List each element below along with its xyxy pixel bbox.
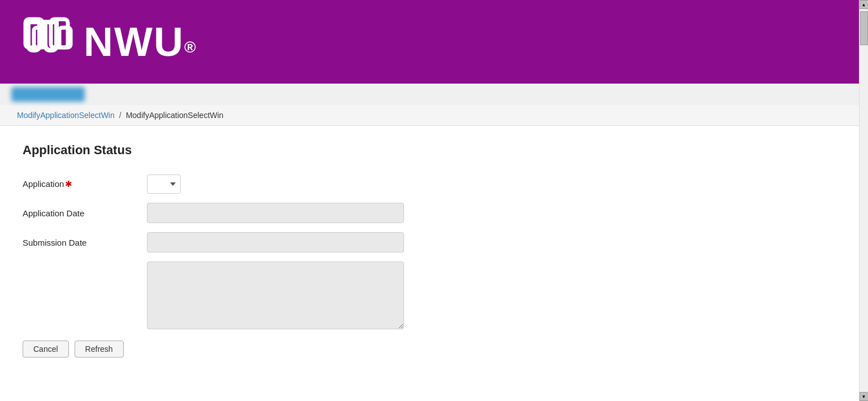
page-title: Application Status [23, 143, 845, 158]
nav-blurred-text [11, 87, 85, 102]
scrollbar[interactable]: ▲ ▼ [859, 0, 868, 401]
scrollbar-thumb[interactable] [860, 11, 868, 45]
submission-date-row: Submission Date [23, 232, 418, 252]
submission-date-label: Submission Date [23, 238, 136, 247]
main-content: Application Status Application✱ Applicat… [0, 126, 868, 374]
breadcrumb-separator: / [119, 111, 121, 120]
textarea-row [23, 261, 418, 329]
application-select[interactable] [147, 175, 181, 194]
button-row: Cancel Refresh [23, 341, 418, 358]
logo-wordmark: NWU® [84, 21, 197, 62]
logo-text: NWU [84, 19, 184, 64]
nwu-logo-icon [23, 16, 73, 67]
scrollbar-track[interactable] [860, 9, 868, 392]
breadcrumb-current: ModifyApplicationSelectWin [126, 111, 224, 120]
form-container: Application✱ Application Date Submission… [23, 175, 418, 358]
breadcrumb: ModifyApplicationSelectWin / ModifyAppli… [0, 105, 868, 126]
cancel-button[interactable]: Cancel [23, 341, 69, 358]
application-date-input [147, 203, 404, 223]
header: NWU® [0, 0, 868, 84]
notes-textarea[interactable] [147, 261, 404, 329]
scrollbar-arrow-up[interactable]: ▲ [860, 0, 869, 9]
refresh-button[interactable]: Refresh [75, 341, 124, 358]
application-label: Application✱ [23, 179, 136, 189]
submission-date-input [147, 232, 404, 252]
breadcrumb-link[interactable]: ModifyApplicationSelectWin [17, 111, 115, 120]
required-star: ✱ [65, 179, 72, 189]
logo-container: NWU® [23, 16, 197, 67]
logo-reg: ® [184, 38, 197, 56]
application-date-label: Application Date [23, 208, 136, 218]
application-date-row: Application Date [23, 203, 418, 223]
nav-bar [0, 84, 868, 105]
svg-rect-3 [59, 28, 71, 47]
application-row: Application✱ [23, 175, 418, 194]
scrollbar-arrow-down[interactable]: ▼ [860, 392, 869, 401]
